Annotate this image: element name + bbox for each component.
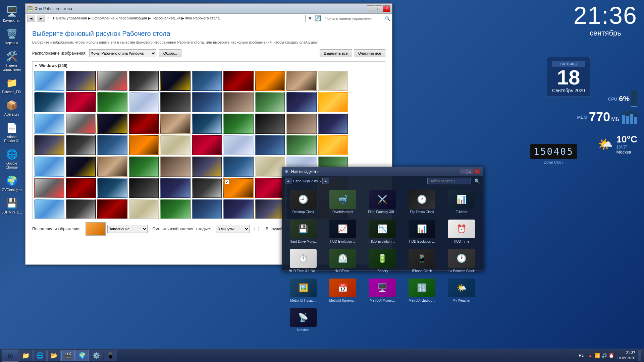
gadget-item[interactable]: 📈HUD Evolution ... bbox=[324, 218, 361, 245]
image-thumb[interactable] bbox=[129, 71, 159, 91]
gadget-item[interactable]: ⚔️Final Fantasy XIII... bbox=[364, 189, 401, 216]
gadget-item[interactable]: 🔋iBattery bbox=[364, 248, 401, 275]
location-select[interactable]: Фоны Рабочего стола Windows bbox=[89, 49, 156, 57]
group-toggle[interactable]: ▼ bbox=[34, 64, 38, 68]
gadget-item[interactable]: 🔢MetroUI Цифро... bbox=[404, 277, 440, 304]
gadgets-minimize-button[interactable]: ─ bbox=[461, 169, 467, 174]
image-thumb[interactable] bbox=[255, 157, 285, 177]
image-thumb[interactable] bbox=[34, 92, 64, 112]
gadget-item[interactable]: ⏰HUD Time bbox=[443, 218, 480, 245]
image-thumb[interactable] bbox=[97, 71, 127, 91]
image-thumb[interactable] bbox=[34, 71, 64, 91]
image-thumb[interactable] bbox=[129, 199, 159, 219]
image-thumb[interactable] bbox=[66, 178, 96, 198]
image-thumb[interactable]: ✓ bbox=[223, 178, 254, 198]
image-thumb[interactable] bbox=[97, 199, 127, 219]
image-thumb[interactable] bbox=[34, 178, 64, 198]
image-thumb[interactable] bbox=[97, 178, 127, 198]
gadget-item[interactable]: 🕑La Baloche Clock bbox=[443, 248, 480, 275]
address-path[interactable]: Панель управления ▶ Оформление и персона… bbox=[51, 15, 306, 22]
image-thumb[interactable] bbox=[255, 71, 285, 91]
image-thumb[interactable] bbox=[160, 178, 191, 198]
image-thumb[interactable] bbox=[192, 157, 222, 177]
image-thumb[interactable] bbox=[286, 71, 317, 91]
image-thumb[interactable] bbox=[286, 135, 317, 155]
image-thumb[interactable] bbox=[97, 135, 127, 155]
next-page-button[interactable]: ► bbox=[322, 178, 329, 184]
image-thumb[interactable] bbox=[318, 71, 348, 91]
taskbar-item-ie[interactable]: 🌐 bbox=[33, 350, 47, 361]
image-thumb[interactable] bbox=[192, 92, 222, 112]
image-thumb[interactable] bbox=[192, 178, 222, 198]
image-thumb[interactable] bbox=[223, 114, 254, 134]
image-thumb[interactable] bbox=[192, 135, 222, 155]
image-thumb[interactable] bbox=[66, 157, 96, 177]
desktop-icon-chrome[interactable]: 🌐 Google Chrome bbox=[1, 146, 22, 171]
desktop-icon-controlpanel[interactable]: 🛠️ Панель управления bbox=[1, 48, 22, 73]
gadgets-maximize-button[interactable]: □ bbox=[467, 169, 473, 174]
shuffle-checkbox[interactable] bbox=[255, 227, 259, 231]
gadget-item[interactable]: 🕘Desktop Clock bbox=[285, 189, 322, 216]
interval-select[interactable]: 3 минуты bbox=[216, 225, 250, 233]
gadget-item[interactable]: 🤿DiveInformant bbox=[324, 189, 361, 216]
desktop-icon-trash[interactable]: 🗑️ Корзина bbox=[1, 26, 22, 47]
gadget-item[interactable]: 📡Netstats bbox=[285, 307, 322, 334]
gadget-item[interactable]: 🕐Flip Down Clock bbox=[404, 189, 440, 216]
image-thumb[interactable] bbox=[160, 157, 191, 177]
taskbar-item-files[interactable]: 📂 bbox=[47, 350, 61, 361]
close-button[interactable]: ✕ bbox=[383, 5, 390, 12]
position-select[interactable]: Заполнение bbox=[107, 225, 148, 233]
select-all-button[interactable]: Выделить все bbox=[320, 49, 352, 57]
gadgets-close-button[interactable]: ✕ bbox=[474, 169, 480, 174]
image-thumb[interactable] bbox=[97, 92, 127, 112]
image-thumb[interactable] bbox=[66, 92, 96, 112]
image-thumb[interactable] bbox=[160, 199, 191, 219]
gadget-item[interactable]: 📊HUD Evolution ... bbox=[404, 218, 440, 245]
taskbar-item-explorer[interactable]: 📁 bbox=[19, 350, 33, 361]
taskbar-item-media[interactable]: 🎬 bbox=[61, 350, 75, 361]
start-button[interactable]: ⊞ bbox=[2, 350, 18, 362]
image-thumb[interactable] bbox=[129, 135, 159, 155]
minimize-button[interactable]: ─ bbox=[367, 5, 374, 12]
gadget-item[interactable]: 🖼️Metro IU Покас... bbox=[285, 277, 322, 304]
image-thumb[interactable] bbox=[223, 92, 254, 112]
image-thumb[interactable] bbox=[255, 135, 285, 155]
image-thumb[interactable] bbox=[66, 71, 96, 91]
image-thumb[interactable] bbox=[223, 71, 254, 91]
back-button[interactable]: ◄ bbox=[27, 15, 35, 22]
gadget-item[interactable]: 🌤️My Weather bbox=[443, 277, 480, 304]
taskbar-item-app[interactable]: 📱 bbox=[104, 350, 117, 361]
image-thumb[interactable] bbox=[318, 92, 348, 112]
image-thumb[interactable] bbox=[223, 199, 254, 219]
image-thumb[interactable] bbox=[286, 114, 317, 134]
image-thumb[interactable] bbox=[223, 135, 254, 155]
taskbar-item-settings[interactable]: ⚙️ bbox=[90, 350, 103, 361]
image-thumb[interactable] bbox=[66, 199, 96, 219]
gadget-item[interactable]: 📱iPhone Clock bbox=[404, 248, 440, 275]
image-thumb[interactable] bbox=[66, 135, 96, 155]
forward-button[interactable]: ► bbox=[37, 15, 45, 22]
gadget-item[interactable]: ⏲️HUDTime+ bbox=[324, 248, 361, 275]
image-thumb[interactable] bbox=[97, 114, 127, 134]
image-thumb[interactable] bbox=[255, 199, 285, 219]
image-thumb[interactable] bbox=[223, 157, 254, 177]
gadget-item[interactable]: 📅MetroUI Календ... bbox=[324, 277, 361, 304]
gadget-item[interactable]: 💾Hard Drive Moni... bbox=[285, 218, 322, 245]
search-input[interactable] bbox=[323, 15, 383, 22]
show-desktop-button[interactable] bbox=[638, 350, 641, 361]
desktop-icon-activators[interactable]: 📦 Activators bbox=[1, 97, 22, 118]
image-thumb[interactable] bbox=[160, 92, 191, 112]
image-thumb[interactable] bbox=[318, 114, 348, 134]
maximize-button[interactable]: □ bbox=[375, 5, 382, 12]
image-thumb[interactable] bbox=[255, 114, 285, 134]
gadgets-search-input[interactable] bbox=[427, 178, 471, 184]
desktop-icon-patches[interactable]: 📁 Patches_FIX bbox=[1, 75, 22, 96]
desktop-icon-sdi[interactable]: 💾 SDI_Mini_D... bbox=[1, 195, 22, 216]
image-thumb[interactable] bbox=[160, 114, 191, 134]
image-thumb[interactable] bbox=[255, 92, 285, 112]
image-thumb[interactable] bbox=[66, 114, 96, 134]
desktop-icon-computer[interactable]: 🖥️ Компьютер bbox=[1, 3, 22, 24]
clear-button[interactable]: Очистить все bbox=[354, 49, 385, 57]
image-thumb[interactable] bbox=[192, 114, 222, 134]
gadget-item[interactable]: 🖥️MetroUI Монит... bbox=[364, 277, 401, 304]
